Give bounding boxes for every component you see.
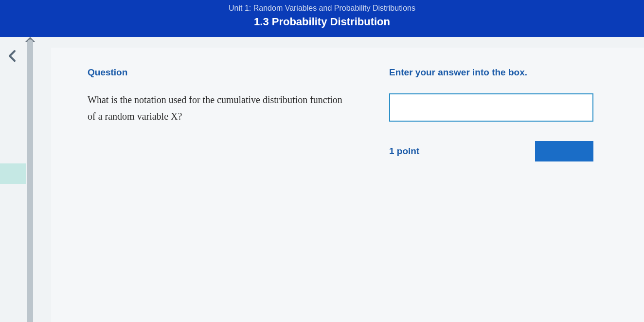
answer-instruction: Enter your answer into the box. — [389, 67, 644, 78]
page-header: Unit 1: Random Variables and Probability… — [0, 0, 644, 37]
answer-input[interactable] — [389, 93, 593, 122]
side-highlight — [0, 163, 26, 184]
main-panel: Question What is the notation used for t… — [51, 48, 644, 322]
chevron-left-icon — [7, 49, 17, 63]
section-title: 1.3 Probability Distribution — [0, 16, 644, 28]
question-text: What is the notation used for the cumula… — [88, 91, 345, 125]
content-wrapper: Question What is the notation used for t… — [0, 37, 644, 322]
back-button[interactable] — [7, 49, 17, 65]
progress-scrollbar[interactable] — [27, 39, 33, 322]
points-label: 1 point — [389, 146, 419, 157]
answer-column: Enter your answer into the box. 1 point — [389, 67, 644, 161]
unit-title: Unit 1: Random Variables and Probability… — [0, 4, 644, 13]
question-label: Question — [88, 67, 345, 78]
question-column: Question What is the notation used for t… — [88, 67, 345, 161]
submit-button[interactable] — [535, 141, 593, 161]
